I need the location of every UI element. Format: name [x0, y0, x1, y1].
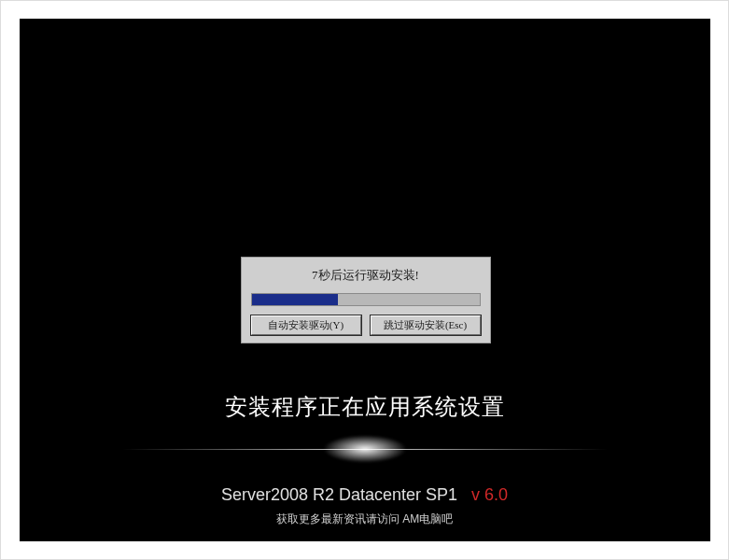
product-name: Server2008 R2 Datacenter SP1 [221, 485, 457, 504]
tagline: 获取更多最新资讯请访问 AM电脑吧 [20, 511, 710, 527]
countdown-dialog: 7秒后运行驱动安装! 自动安装驱动(Y) 跳过驱动安装(Esc) [241, 257, 491, 343]
status-text: 安装程序正在应用系统设置 [20, 392, 710, 422]
install-drivers-button[interactable]: 自动安装驱动(Y) [251, 315, 361, 335]
lens-flare-divider [122, 435, 608, 463]
dialog-message: 7秒后运行驱动安装! [251, 267, 481, 284]
product-line: Server2008 R2 Datacenter SP1 v 6.0 [20, 485, 710, 505]
progress-fill [252, 294, 339, 305]
window-frame: 7秒后运行驱动安装! 自动安装驱动(Y) 跳过驱动安装(Esc) 安装程序正在应… [0, 0, 729, 560]
installer-screen: 7秒后运行驱动安装! 自动安装驱动(Y) 跳过驱动安装(Esc) 安装程序正在应… [20, 19, 710, 541]
product-version: v 6.0 [471, 485, 508, 504]
skip-drivers-button[interactable]: 跳过驱动安装(Esc) [371, 315, 481, 335]
progress-bar [251, 293, 481, 306]
dialog-button-row: 自动安装驱动(Y) 跳过驱动安装(Esc) [251, 315, 481, 335]
